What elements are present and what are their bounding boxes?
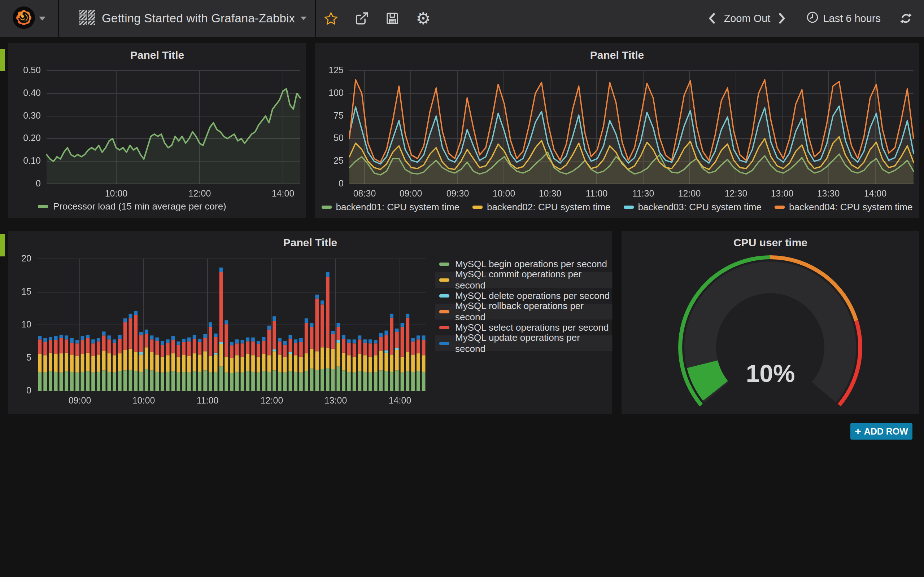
legend-label: MySQL begin operations per second bbox=[455, 259, 607, 270]
grafana-logo-menu[interactable] bbox=[0, 0, 58, 37]
time-back-chevron-icon[interactable] bbox=[703, 13, 721, 24]
refresh-icon[interactable] bbox=[900, 12, 913, 24]
time-range-picker[interactable]: Last 6 hours bbox=[806, 11, 881, 26]
cpu-system-time-chart-canvas[interactable] bbox=[315, 63, 919, 201]
legend-swatch bbox=[439, 310, 449, 313]
navbar-divider-2 bbox=[315, 0, 316, 37]
legend-swatch bbox=[439, 342, 449, 345]
legend-label: MySQL update operations per second bbox=[455, 332, 612, 355]
star-icon[interactable] bbox=[324, 12, 338, 25]
panel-processor-load: Panel Title Processor load (15 min avera… bbox=[8, 43, 306, 218]
zoom-out-button[interactable]: Zoom Out bbox=[721, 13, 773, 24]
share-icon[interactable] bbox=[354, 11, 369, 25]
mysql-operations-chart-canvas[interactable] bbox=[8, 253, 434, 414]
legend-item-backend03[interactable]: backend03: CPU system time bbox=[624, 201, 762, 213]
legend-label: backend03: CPU system time bbox=[638, 201, 762, 213]
panel-title[interactable]: Panel Title bbox=[8, 237, 612, 249]
legend-swatch bbox=[321, 206, 332, 209]
legend-label: Processor load (15 min average per core) bbox=[53, 201, 226, 212]
title-dropdown-caret-icon bbox=[300, 16, 307, 20]
legend-swatch bbox=[624, 206, 634, 209]
grafana-logo-icon bbox=[12, 6, 36, 31]
legend-label: MySQL rollback operations per second bbox=[455, 300, 612, 323]
dashboard-grid-icon bbox=[79, 10, 95, 27]
panel-title[interactable]: Panel Title bbox=[315, 49, 919, 61]
navbar: Getting Started with Grafana-Zabbix bbox=[0, 0, 924, 37]
legend-label: backend04: CPU system time bbox=[789, 201, 913, 213]
processor-load-chart-canvas[interactable] bbox=[8, 63, 306, 201]
legend-label: MySQL commit operations per second bbox=[455, 269, 612, 291]
add-row-button[interactable]: + ADD ROW bbox=[850, 423, 913, 440]
legend-swatch bbox=[439, 263, 449, 266]
dashboard-title-dropdown[interactable]: Getting Started with Grafana-Zabbix bbox=[102, 11, 307, 25]
time-forward-chevron-icon[interactable] bbox=[773, 13, 791, 24]
legend-label: MySQL delete operations per second bbox=[455, 290, 610, 301]
row-handle-top[interactable] bbox=[0, 49, 5, 71]
legend-swatch bbox=[472, 206, 483, 209]
time-range-label: Last 6 hours bbox=[823, 13, 881, 24]
legend-label: backend02: CPU system time bbox=[487, 201, 611, 213]
navbar-divider bbox=[58, 0, 59, 37]
legend-item-mysql-commit[interactable]: MySQL commit operations per second bbox=[435, 272, 612, 288]
panel-cpu-user-time-gauge: CPU user time 10% bbox=[622, 231, 919, 414]
legend-swatch bbox=[439, 294, 449, 298]
legend-swatch bbox=[38, 205, 48, 208]
legend-item-mysql-update[interactable]: MySQL update operations per second bbox=[435, 335, 612, 351]
legend-item-backend04[interactable]: backend04: CPU system time bbox=[775, 201, 913, 213]
panel-title[interactable]: CPU user time bbox=[622, 237, 919, 249]
gear-icon[interactable]: ⚙ bbox=[416, 10, 431, 27]
legend-swatch bbox=[439, 326, 449, 329]
logo-dropdown-caret-icon bbox=[39, 16, 45, 21]
clock-icon bbox=[806, 11, 819, 26]
legend-mysql-operations: MySQL begin operations per second MySQL … bbox=[435, 256, 612, 351]
legend-label: backend01: CPU system time bbox=[336, 201, 459, 213]
legend-cpu-system-time: backend01: CPU system time backend02: CP… bbox=[315, 201, 919, 213]
panel-cpu-system-time: Panel Title backend01: CPU system time b… bbox=[315, 43, 919, 218]
legend-item-backend02[interactable]: backend02: CPU system time bbox=[472, 201, 611, 213]
legend-item-processor-load[interactable]: Processor load (15 min average per core) bbox=[38, 201, 226, 212]
save-icon[interactable] bbox=[386, 11, 399, 25]
gauge-value: 10% bbox=[622, 358, 919, 389]
add-row-label: ADD ROW bbox=[864, 426, 908, 437]
legend-item-mysql-rollback[interactable]: MySQL rollback operations per second bbox=[435, 304, 612, 319]
legend-swatch bbox=[775, 206, 785, 209]
dashboard-title: Getting Started with Grafana-Zabbix bbox=[102, 11, 295, 25]
row-handle-bottom[interactable] bbox=[0, 234, 5, 256]
plus-icon: + bbox=[855, 426, 861, 437]
legend-swatch bbox=[439, 279, 449, 282]
legend-item-backend01[interactable]: backend01: CPU system time bbox=[321, 201, 459, 213]
panel-mysql-operations: Panel Title MySQL begin operations per s… bbox=[8, 231, 612, 414]
panel-title[interactable]: Panel Title bbox=[8, 49, 306, 61]
legend-label: MySQL select operations per second bbox=[455, 322, 609, 333]
